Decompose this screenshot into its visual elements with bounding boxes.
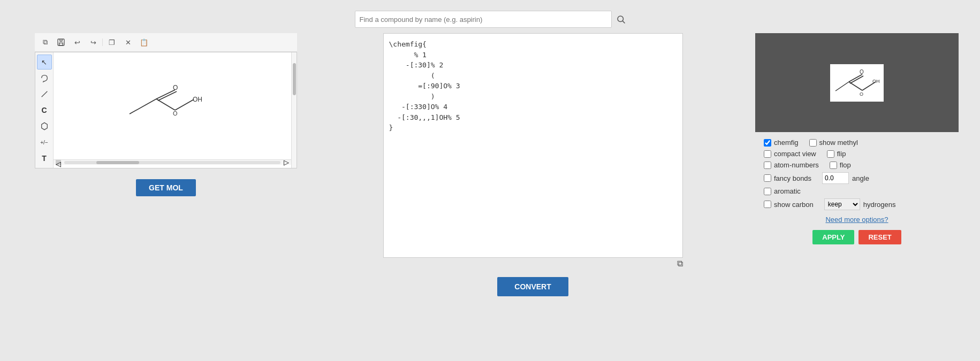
copy-structure-button[interactable]: ⧉ [38, 35, 52, 49]
aromatic-checkbox[interactable] [764, 188, 771, 195]
flip-option: flip [827, 150, 846, 158]
svg-marker-6 [41, 122, 47, 129]
options-row-2: compact view flip [764, 150, 950, 158]
get-mol-label: GET MOL [149, 183, 183, 192]
fancy-bonds-label: fancy bonds [774, 174, 811, 182]
atom-numbers-label: atom-numbers [774, 161, 819, 169]
fancy-bonds-checkbox[interactable] [764, 174, 771, 182]
need-more-options-link[interactable]: Need more options? [825, 216, 888, 224]
search-button[interactable] [616, 14, 626, 24]
bond-icon [40, 90, 49, 98]
options-row-6: show carbon keep add remove hydrogens [764, 198, 950, 210]
svg-line-11 [175, 99, 194, 110]
clipboard-button[interactable]: 📋 [137, 35, 151, 49]
show-carbon-label: show carbon [774, 201, 814, 209]
chemfig-checkbox[interactable] [764, 139, 771, 147]
ring-tool-button[interactable] [37, 119, 52, 134]
hydrogens-select[interactable]: keep add remove [824, 198, 860, 210]
svg-line-4 [43, 81, 43, 82]
chemfig-option-label: chemfig [774, 139, 799, 147]
preview-molecule-box: O O OH [830, 64, 884, 102]
h-scrollbar-thumb[interactable] [96, 161, 139, 164]
redo-button[interactable]: ↪ [86, 35, 100, 49]
svg-text:OH: OH [872, 79, 880, 84]
atom-numbers-checkbox[interactable] [764, 162, 771, 169]
chemfig-textarea[interactable]: \chemfig{ % 1 -[:30]% 2 ( =[:90]O% 3 ) -… [383, 33, 683, 258]
v-scrollbar-thumb[interactable] [293, 63, 296, 95]
angle-input[interactable] [822, 172, 849, 184]
svg-line-10 [156, 99, 175, 110]
save-button[interactable] [54, 35, 68, 49]
vertical-toolbar: ↖ C [35, 52, 54, 168]
duplicate-button[interactable]: ❐ [105, 35, 119, 49]
flip-label: flip [837, 150, 846, 158]
horizontal-scrollbar[interactable] [64, 161, 280, 164]
hydrogens-row: keep add remove hydrogens [824, 198, 896, 210]
show-methyl-checkbox[interactable] [809, 139, 817, 147]
options-row-1: chemfig show methyl [764, 139, 950, 147]
reset-button[interactable]: RESET [859, 230, 901, 244]
compact-view-label: compact view [774, 150, 816, 158]
svg-text:O: O [173, 110, 178, 117]
aromatic-label: aromatic [774, 187, 801, 195]
convert-label: CONVERT [514, 282, 551, 291]
flip-checkbox[interactable] [827, 150, 834, 158]
options-row-4: fancy bonds angle [764, 172, 950, 184]
bond-tool-button[interactable] [37, 87, 52, 102]
search-input[interactable] [355, 11, 612, 28]
flop-checkbox[interactable] [830, 162, 837, 169]
copy-chemfig-button[interactable]: ⧉ [677, 259, 683, 268]
svg-line-1 [622, 21, 625, 23]
compact-view-option: compact view [764, 150, 816, 158]
need-more-options-container: Need more options? [764, 216, 950, 224]
fancy-bonds-option: fancy bonds [764, 174, 811, 182]
show-methyl-option: show methyl [809, 139, 858, 147]
get-mol-button[interactable]: GET MOL [136, 179, 196, 196]
scroll-right-button[interactable]: ▷ [284, 158, 289, 166]
flop-label: flop [840, 161, 851, 169]
right-panel: O O OH chemfig show methyl [755, 33, 959, 251]
svg-text:OH: OH [193, 96, 202, 103]
convert-button[interactable]: CONVERT [497, 277, 568, 296]
atom-numbers-option: atom-numbers [764, 161, 819, 169]
search-container [355, 11, 626, 28]
charge-tool-button[interactable]: +/− [37, 135, 52, 150]
angle-row: angle [822, 172, 869, 184]
reset-label: RESET [868, 233, 891, 241]
apply-label: APPLY [822, 233, 845, 241]
svg-rect-3 [59, 43, 63, 45]
ring-icon [40, 122, 49, 130]
show-carbon-checkbox[interactable] [764, 201, 771, 208]
molecule-svg: O O OH [124, 85, 221, 127]
apply-button[interactable]: APPLY [812, 230, 854, 244]
svg-text:O: O [173, 85, 178, 91]
lasso-tool-button[interactable] [37, 71, 52, 86]
carbon-tool-button[interactable]: C [37, 103, 52, 118]
toolbar-divider [102, 39, 103, 46]
aromatic-option: aromatic [764, 187, 801, 195]
save-icon [57, 38, 65, 47]
text-tool-button[interactable]: T [37, 151, 52, 166]
center-panel: \chemfig{ % 1 -[:30]% 2 ( =[:90]O% 3 ) -… [321, 33, 745, 296]
svg-line-15 [835, 82, 849, 91]
select-tool-button[interactable]: ↖ [37, 55, 52, 70]
drawing-canvas[interactable]: O O OH [54, 52, 291, 159]
preview-molecule-svg: O O OH [833, 67, 881, 99]
compact-view-checkbox[interactable] [764, 150, 771, 158]
editor-area: O O OH ◁ ▷ [54, 52, 291, 168]
copy-chemfig-icon: ⧉ [677, 259, 683, 268]
vertical-scrollbar[interactable] [291, 52, 297, 168]
svg-line-18 [849, 82, 862, 90]
scroll-left-button[interactable]: ◁ [56, 160, 61, 165]
options-row-5: aromatic [764, 187, 950, 195]
lasso-icon [40, 74, 49, 82]
left-panel: ⧉ ↩ ↪ ❐ ✕ 📋 ↖ [21, 33, 310, 196]
svg-line-5 [41, 91, 47, 97]
svg-text:O: O [860, 69, 864, 75]
angle-label: angle [852, 174, 869, 182]
undo-button[interactable]: ↩ [70, 35, 84, 49]
preview-canvas: O O OH [755, 33, 959, 132]
svg-line-8 [156, 90, 175, 99]
delete-button[interactable]: ✕ [121, 35, 135, 49]
apply-reset-row: APPLY RESET [764, 230, 950, 244]
